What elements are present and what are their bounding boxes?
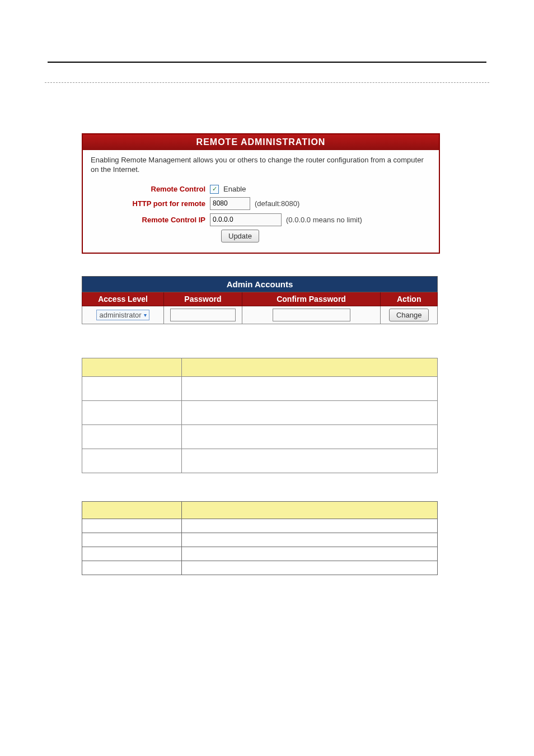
- remote-control-label: Remote Control: [91, 185, 210, 193]
- cell: [181, 400, 437, 424]
- cell: [181, 376, 437, 400]
- remote-admin-panel: REMOTE ADMINISTRATION Enabling Remote Ma…: [82, 133, 440, 254]
- cell: [181, 358, 437, 376]
- cell: [82, 519, 182, 533]
- remote-ip-hint: (0.0.0.0 means no limit): [286, 216, 362, 224]
- cell: [181, 519, 437, 533]
- remote-admin-description: Enabling Remote Management allows you or…: [91, 156, 431, 175]
- http-port-label: HTTP port for remote: [91, 199, 210, 208]
- cell: [181, 424, 437, 449]
- remote-ip-label: Remote Control IP: [91, 216, 210, 224]
- cell: [181, 501, 437, 519]
- cell: [82, 376, 182, 400]
- top-rule: [48, 62, 486, 63]
- cell: [82, 547, 182, 561]
- access-level-select[interactable]: administrator ▾: [96, 310, 149, 320]
- cell: [181, 533, 437, 547]
- dashed-rule: [45, 82, 489, 83]
- remote-ip-row: Remote Control IP (0.0.0.0 means no limi…: [91, 213, 431, 226]
- remote-admin-body: Enabling Remote Management allows you or…: [83, 150, 439, 253]
- http-port-row: HTTP port for remote (default:8080): [91, 197, 431, 210]
- cell: [82, 449, 182, 473]
- http-port-input[interactable]: [210, 197, 250, 210]
- cell: [82, 358, 182, 376]
- cell: [181, 561, 437, 575]
- cell: [82, 533, 182, 547]
- admin-accounts-table: Admin Accounts Access Level Password Con…: [82, 276, 438, 324]
- access-level-value: administrator: [99, 311, 141, 319]
- remote-ip-input[interactable]: [210, 213, 282, 226]
- table-row: administrator ▾ Change: [82, 306, 438, 324]
- remote-control-row: Remote Control ✓ Enable: [91, 185, 431, 194]
- admin-accounts-title: Admin Accounts: [82, 276, 438, 292]
- col-action: Action: [381, 292, 438, 306]
- cell: [181, 547, 437, 561]
- change-button[interactable]: Change: [389, 309, 429, 321]
- cell: [82, 424, 182, 449]
- http-port-hint: (default:8080): [255, 199, 299, 208]
- cell: [181, 449, 437, 473]
- update-button[interactable]: Update: [221, 230, 259, 242]
- cell: [82, 561, 182, 575]
- cell: [82, 400, 182, 424]
- chevron-down-icon: ▾: [144, 312, 147, 318]
- remote-admin-title: REMOTE ADMINISTRATION: [83, 134, 439, 150]
- info-table-2: [82, 501, 438, 575]
- password-input[interactable]: [170, 309, 236, 321]
- info-table-1: [82, 358, 438, 473]
- confirm-password-input[interactable]: [273, 309, 350, 321]
- col-password: Password: [164, 292, 242, 306]
- col-confirm-password: Confirm Password: [242, 292, 381, 306]
- enable-label: Enable: [223, 185, 246, 193]
- cell: [82, 501, 182, 519]
- col-access-level: Access Level: [82, 292, 164, 306]
- enable-checkbox[interactable]: ✓: [210, 185, 219, 194]
